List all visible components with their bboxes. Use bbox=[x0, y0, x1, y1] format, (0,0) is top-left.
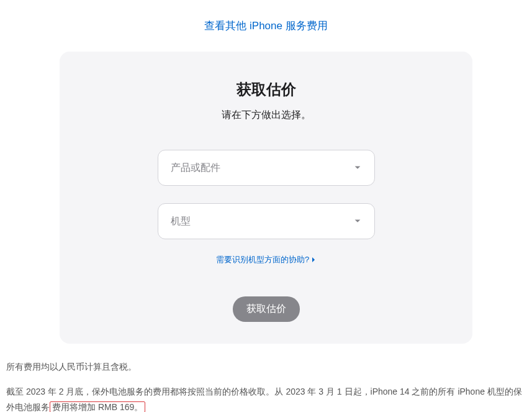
estimate-card: 获取估价 请在下方做出选择。 产品或配件 机型 需要识别机型方面的协助? 获取估… bbox=[60, 52, 472, 344]
highlight-annotation: 费用将增加 RMB 169。 bbox=[50, 401, 145, 412]
model-select[interactable]: 机型 bbox=[158, 203, 375, 239]
get-estimate-button[interactable]: 获取估价 bbox=[233, 296, 300, 322]
card-title: 获取估价 bbox=[91, 80, 441, 99]
model-select-wrap: 机型 bbox=[158, 203, 375, 239]
model-select-placeholder: 机型 bbox=[171, 215, 191, 228]
product-select[interactable]: 产品或配件 bbox=[158, 150, 375, 186]
footer-line2: 截至 2023 年 2 月底，保外电池服务的费用都将按照当前的价格收取。从 20… bbox=[6, 384, 526, 412]
chevron-down-icon bbox=[353, 163, 362, 172]
other-services-link[interactable]: 查看其他 iPhone 服务费用 bbox=[204, 20, 327, 32]
top-link-wrap: 查看其他 iPhone 服务费用 bbox=[0, 0, 532, 45]
product-select-wrap: 产品或配件 bbox=[158, 150, 375, 186]
identify-model-link[interactable]: 需要识别机型方面的协助? bbox=[216, 254, 316, 265]
card-subtitle: 请在下方做出选择。 bbox=[91, 109, 441, 122]
footer-line1: 所有费用均以人民币计算且含税。 bbox=[6, 359, 526, 375]
help-link-text: 需要识别机型方面的协助? bbox=[216, 254, 309, 265]
help-link-wrap: 需要识别机型方面的协助? bbox=[91, 254, 441, 265]
chevron-down-icon bbox=[353, 217, 362, 226]
product-select-placeholder: 产品或配件 bbox=[171, 162, 220, 175]
footer-text: 所有费用均以人民币计算且含税。 截至 2023 年 2 月底，保外电池服务的费用… bbox=[0, 359, 532, 412]
chevron-right-icon bbox=[312, 257, 316, 263]
